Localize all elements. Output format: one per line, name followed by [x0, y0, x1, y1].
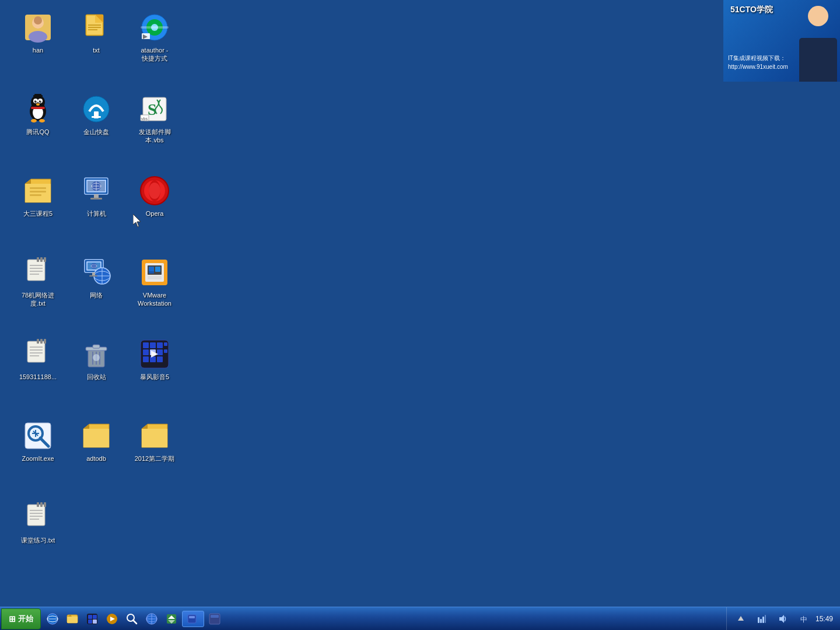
taskbar-explorer-icon[interactable]: [63, 610, 82, 628]
svg-rect-123: [27, 505, 45, 526]
tray-ime-icon[interactable]: 中: [794, 610, 813, 628]
taskbar-player-icon[interactable]: [103, 610, 121, 628]
opera-icon: [138, 174, 171, 207]
svg-text:中: 中: [800, 615, 807, 624]
icon-file159[interactable]: 159311188...: [12, 335, 64, 411]
svg-rect-102: [143, 342, 149, 348]
txt-label: txt: [93, 46, 100, 54]
svg-rect-128: [37, 502, 39, 507]
system-clock[interactable]: 15:49: [816, 615, 835, 623]
2012-label: 2012第二学期: [135, 454, 174, 463]
recycle-label: 回收站: [87, 373, 106, 381]
svg-rect-34: [92, 116, 101, 118]
svg-marker-161: [779, 615, 784, 623]
svg-rect-121: [83, 429, 109, 447]
svg-rect-109: [150, 356, 156, 362]
svg-point-24: [36, 100, 37, 102]
svg-rect-137: [88, 615, 92, 619]
han-icon: [22, 11, 54, 44]
svg-rect-58: [27, 260, 45, 281]
icon-qq[interactable]: 腾讯QQ: [12, 90, 64, 166]
exercise-label: 课堂练习.txt: [21, 536, 55, 544]
icon-network78[interactable]: 78机网络进度.txt: [12, 254, 64, 330]
svg-rect-64: [37, 257, 39, 262]
icon-exercise[interactable]: 课堂练习.txt: [12, 499, 64, 575]
watermark-line2: http://www.91xueit.com: [728, 64, 788, 70]
icon-email[interactable]: S vbs 发送邮件脚本.vbs: [128, 90, 181, 166]
zoomit-label: ZoomIt.exe: [22, 454, 54, 463]
start-button[interactable]: ⊞ 开始: [1, 608, 41, 629]
watermark-title: 51CTO学院: [730, 5, 773, 15]
svg-rect-140: [93, 620, 97, 624]
svg-rect-130: [44, 502, 46, 507]
computer-icon: [80, 174, 113, 207]
vmware-icon: [138, 256, 171, 289]
svg-point-100: [93, 354, 100, 361]
taskbar-right: 中 15:49: [726, 607, 840, 630]
svg-rect-111: [164, 342, 167, 346]
recycle-icon: [80, 338, 113, 370]
taskbar-ie-icon[interactable]: [43, 610, 62, 628]
svg-rect-40: [30, 187, 46, 189]
tray-audio-icon[interactable]: [774, 610, 792, 628]
email-icon: S vbs: [138, 93, 171, 125]
svg-rect-139: [88, 620, 92, 624]
icon-han[interactable]: han: [12, 9, 64, 85]
icon-atauthor[interactable]: atauthor -快捷方式: [128, 9, 181, 85]
icon-storm[interactable]: 暴风影音5: [128, 335, 181, 411]
taskbar-items: [41, 607, 726, 630]
svg-rect-155: [211, 615, 219, 618]
svg-rect-82: [148, 276, 162, 279]
svg-rect-160: [765, 615, 766, 623]
storm-icon: [138, 338, 171, 370]
icon-txt[interactable]: txt: [70, 9, 123, 85]
taskbar-window-icon[interactable]: [205, 610, 224, 628]
han-label: han: [33, 46, 43, 54]
file159-icon: [22, 338, 54, 370]
taskbar-transfer-icon[interactable]: [162, 610, 181, 628]
atauthor-label: atauthor -快捷方式: [141, 46, 168, 63]
icon-2012[interactable]: 2012第二学期: [128, 417, 181, 493]
svg-rect-129: [40, 502, 43, 507]
network-label: 网络: [90, 291, 103, 299]
svg-rect-78: [89, 275, 97, 276]
svg-rect-93: [44, 339, 46, 344]
watermark-line1: IT集成课程视频下载：: [728, 55, 786, 61]
svg-rect-31: [34, 94, 41, 97]
icon-vmware[interactable]: VMwareWorkstation: [128, 254, 181, 330]
network78-icon: [22, 256, 54, 289]
icon-course5[interactable]: 大三课程5: [12, 172, 64, 248]
icon-adtodb[interactable]: adtodb: [70, 417, 123, 493]
qq-icon: [22, 93, 54, 125]
svg-rect-41: [30, 191, 46, 192]
svg-rect-135: [67, 617, 78, 623]
adtodb-icon: [80, 419, 113, 452]
atauthor-icon: [138, 11, 171, 44]
svg-rect-103: [150, 342, 156, 348]
icon-recycle[interactable]: 回收站: [70, 335, 123, 411]
taskbar-active-window[interactable]: [182, 611, 204, 627]
icon-zoomit[interactable]: ZoomIt.exe: [12, 417, 64, 493]
tray-up-arrow[interactable]: [732, 610, 750, 628]
taskbar-globe-icon[interactable]: [142, 610, 161, 628]
taskbar-search-icon[interactable]: [123, 610, 141, 628]
person-body: [799, 38, 837, 82]
zoomit-icon: [22, 419, 54, 452]
svg-rect-65: [40, 257, 43, 262]
icon-network[interactable]: 网络: [70, 254, 123, 330]
svg-rect-84: [155, 267, 160, 272]
svg-rect-27: [31, 107, 45, 109]
adtodb-label: adtodb: [86, 454, 106, 463]
icon-jinshan[interactable]: 金山快盘: [70, 90, 123, 166]
taskbar-media-icon[interactable]: [83, 610, 102, 628]
svg-rect-158: [760, 619, 762, 623]
svg-rect-108: [143, 356, 149, 362]
svg-point-55: [149, 183, 160, 199]
tray-network-icon[interactable]: [752, 610, 771, 628]
svg-rect-105: [143, 349, 149, 355]
icon-opera[interactable]: Opera: [128, 172, 181, 248]
icon-computer[interactable]: 计算机: [70, 172, 123, 248]
vmware-label: VMwareWorkstation: [138, 291, 172, 308]
network-icon: [80, 256, 113, 289]
svg-marker-57: [133, 214, 141, 227]
